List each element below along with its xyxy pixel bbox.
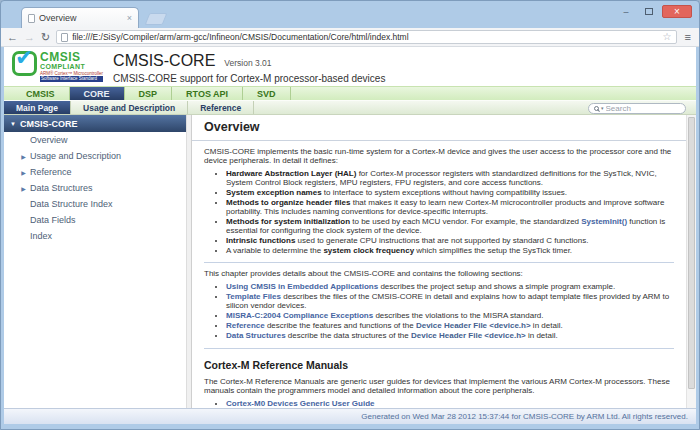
tab-core[interactable]: CORE	[70, 87, 125, 100]
browser-toolbar: ← → ↻ file:///E:/SiSy/Compiler/arm/arm-g…	[1, 28, 699, 47]
using-cmsis-link[interactable]: Using CMSIS in Embedded Applications	[226, 282, 378, 291]
page-body: ▼ CMSIS-CORE Overview ▶ Usage and Descri…	[4, 115, 696, 408]
tab-close-icon[interactable]: ×	[127, 14, 132, 23]
tab-main-page[interactable]: Main Page	[4, 101, 71, 114]
browser-tab-title: Overview	[39, 13, 123, 23]
generated-timestamp: Generated on Wed Mar 28 2012 15:37:44 fo…	[361, 412, 688, 421]
logo-compliant: COMPLIANT	[40, 63, 103, 71]
primary-tab-bar: CMSIS CORE DSP RTOS API SVD	[4, 86, 696, 100]
web-page: ✔ CMSIS COMPLIANT ARM® Cortex™ Microcont…	[4, 47, 696, 424]
sidebar-item-reference[interactable]: ▶ Reference	[4, 164, 186, 180]
intro-paragraph: CMSIS-CORE implements the basic run-time…	[204, 148, 674, 166]
sidebar-item-label: Overview	[30, 135, 68, 145]
sidebar-item-label: Reference	[30, 167, 72, 177]
sidebar-item-label: Index	[30, 231, 52, 241]
manuals-link-list: Cortex-M0 Devices Generic User Guide Cor…	[204, 400, 674, 408]
tab-cmsis[interactable]: CMSIS	[12, 87, 70, 100]
forward-button[interactable]: →	[24, 32, 35, 43]
list-item: System exception names to interface to s…	[226, 189, 674, 198]
list-item: Methods to organize header files that ma…	[226, 199, 674, 217]
content-scrollbar[interactable]	[686, 115, 696, 408]
sidebar-item-usage-and-description[interactable]: ▶ Usage and Description	[4, 148, 186, 164]
list-item: Reference describe the features and func…	[226, 322, 674, 331]
page-footer: Generated on Wed Mar 28 2012 15:37:44 fo…	[4, 408, 696, 424]
sidebar-item-cmsis-core[interactable]: ▼ CMSIS-CORE	[4, 115, 186, 132]
feature-list: Hardware Abstraction Layer (HAL) for Cor…	[204, 170, 674, 256]
data-structures-link[interactable]: Data Structures	[226, 331, 286, 340]
minimize-button[interactable]: –	[616, 5, 636, 18]
browser-tab-strip: Overview × – ×	[1, 1, 699, 28]
collapse-arrow-icon[interactable]: ▼	[10, 121, 16, 127]
sidebar-item-data-fields[interactable]: Data Fields	[4, 212, 186, 228]
sidebar-item-label: Usage and Description	[30, 151, 121, 161]
section-divider	[204, 262, 674, 263]
search-input[interactable]	[606, 104, 680, 113]
doc-header: ✔ CMSIS COMPLIANT ARM® Cortex™ Microcont…	[4, 47, 696, 86]
sidebar-item-data-structures[interactable]: ▶ Data Structures	[4, 180, 186, 196]
close-button[interactable]: ×	[662, 5, 692, 18]
maximize-icon	[645, 8, 653, 15]
browser-window: Overview × – × ← → ↻ file:///E:/SiSy/Com…	[0, 0, 700, 430]
tab-usage-and-description[interactable]: Usage and Description	[71, 101, 188, 114]
sidebar-item-overview[interactable]: Overview	[4, 132, 186, 148]
expand-arrow-icon[interactable]: ▶	[19, 169, 28, 176]
section-link-list: Using CMSIS in Embedded Applications des…	[204, 283, 674, 341]
expand-arrow-icon[interactable]: ▶	[19, 185, 28, 192]
tab-dsp[interactable]: DSP	[125, 87, 173, 100]
sidebar-item-data-structure-index[interactable]: Data Structure Index	[4, 196, 186, 212]
manuals-heading: Cortex-M Reference Manuals	[204, 359, 674, 371]
address-bar[interactable]: file:///E:/SiSy/Compiler/arm/arm-gcc/Inf…	[56, 30, 676, 44]
tab-rtos-api[interactable]: RTOS API	[172, 87, 243, 100]
project-title: CMSIS-CORE	[113, 52, 215, 70]
back-button[interactable]: ←	[7, 32, 18, 43]
search-icon	[594, 106, 599, 111]
content-area: Overview CMSIS-CORE implements the basic…	[192, 115, 696, 408]
browser-tab[interactable]: Overview ×	[21, 7, 139, 28]
list-item: Data Structures describe the data struct…	[226, 332, 674, 341]
device-header-ref: Device Header File <device.h>	[411, 331, 526, 340]
sidebar-item-index[interactable]: Index	[4, 228, 186, 244]
bookmark-star-icon[interactable]: ☆	[663, 32, 672, 42]
list-item: Using CMSIS in Embedded Applications des…	[226, 283, 674, 292]
reference-link[interactable]: Reference	[226, 321, 265, 330]
url-page-icon	[61, 33, 68, 42]
cmsis-compliant-logo: ✔ CMSIS COMPLIANT ARM® Cortex™ Microcont…	[12, 51, 103, 82]
nav-tree-sidebar: ▼ CMSIS-CORE Overview ▶ Usage and Descri…	[4, 115, 186, 408]
cortex-m0-guide-link[interactable]: Cortex-M0 Devices Generic User Guide	[226, 399, 375, 408]
expand-arrow-icon[interactable]: ▶	[19, 153, 28, 160]
sidebar-root-label: CMSIS-CORE	[20, 119, 78, 129]
search-options-caret-icon[interactable]: ▾	[601, 106, 604, 111]
sidebar-item-label: Data Fields	[30, 215, 76, 225]
reload-button[interactable]: ↻	[41, 32, 50, 43]
logo-tagline-2: Software Interface Standard	[40, 76, 103, 82]
list-item: A variable to determine the system clock…	[226, 247, 674, 256]
favicon-page-icon	[28, 14, 35, 23]
tab-svd[interactable]: SVD	[243, 87, 291, 100]
list-item: Intrinsic functions used to generate CPU…	[226, 237, 674, 246]
search-box[interactable]: ▾	[588, 103, 686, 114]
new-tab-button[interactable]	[145, 13, 168, 25]
list-item: Template Files describes the files of th…	[226, 293, 674, 311]
sections-intro-paragraph: This chapter provides details about the …	[204, 270, 674, 279]
list-item: Hardware Abstraction Layer (HAL) for Cor…	[226, 170, 674, 188]
checkmark-icon: ✔	[12, 51, 37, 76]
maximize-button[interactable]	[639, 5, 659, 18]
logo-name: CMSIS	[40, 51, 103, 63]
list-item: Methods for system initialization to be …	[226, 218, 674, 236]
tab-reference[interactable]: Reference	[188, 101, 254, 114]
scrollbar-thumb[interactable]	[688, 117, 695, 389]
project-version: Version 3.01	[224, 58, 271, 68]
url-text[interactable]: file:///E:/SiSy/Compiler/arm/arm-gcc/Inf…	[72, 32, 658, 42]
window-controls: – ×	[616, 5, 692, 18]
misra-link[interactable]: MISRA-C:2004 Compliance Exceptions	[226, 311, 373, 320]
template-files-link[interactable]: Template Files	[226, 292, 281, 301]
sidebar-item-label: Data Structure Index	[30, 199, 113, 209]
project-subtitle: CMSIS-CORE support for Cortex-M processo…	[113, 73, 385, 84]
page-title: Overview	[204, 120, 674, 134]
secondary-tab-bar: Main Page Usage and Description Referenc…	[4, 100, 696, 115]
browser-menu-icon[interactable]: ≡	[683, 32, 693, 43]
list-item: Cortex-M0 Devices Generic User Guide	[226, 400, 674, 408]
systeminit-link[interactable]: SystemInit()	[581, 217, 627, 226]
sidebar-item-label: Data Structures	[30, 183, 93, 193]
section-divider	[204, 348, 674, 349]
